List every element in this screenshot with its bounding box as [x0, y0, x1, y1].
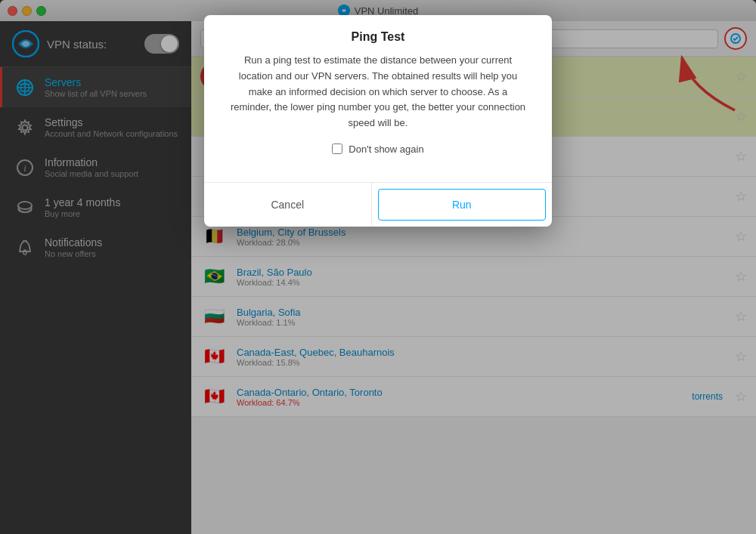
modal-body-text: Run a ping test to estimate the distance…	[227, 53, 529, 131]
modal-header: Ping Test	[204, 15, 552, 53]
ping-test-modal: Ping Test Run a ping test to estimate th…	[204, 15, 552, 227]
cancel-button[interactable]: Cancel	[204, 183, 372, 227]
dont-show-label: Don't show again	[349, 144, 423, 155]
modal-title: Ping Test	[352, 30, 405, 43]
modal-checkbox-row: Don't show again	[227, 144, 529, 155]
modal-overlay: Ping Test Run a ping test to estimate th…	[0, 0, 756, 534]
run-button[interactable]: Run	[378, 189, 547, 221]
dont-show-checkbox[interactable]	[332, 144, 342, 154]
modal-body: Run a ping test to estimate the distance…	[204, 53, 552, 182]
modal-footer: Cancel Run	[204, 182, 552, 227]
